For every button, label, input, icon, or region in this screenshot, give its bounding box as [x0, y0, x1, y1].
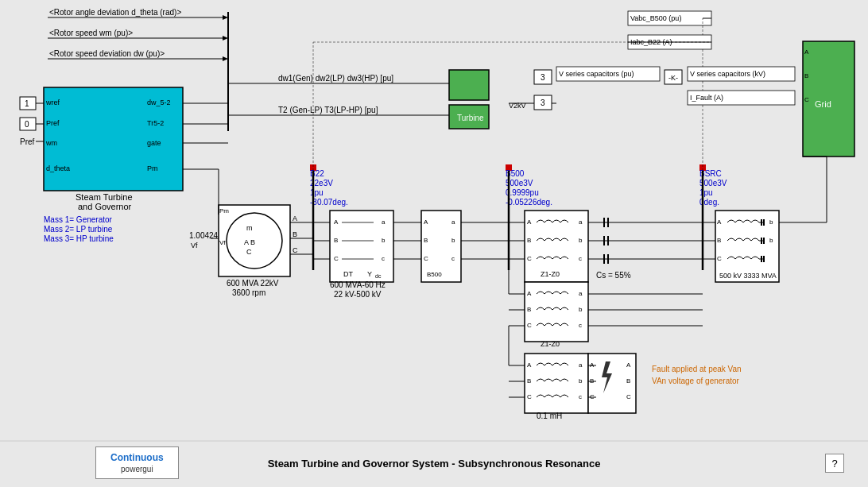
powergui-sub: powergui — [110, 465, 164, 473]
svg-text:C: C — [717, 255, 722, 262]
svg-text:A: A — [717, 218, 722, 226]
svg-text:a: a — [382, 218, 386, 226]
svg-text:C: C — [424, 255, 428, 262]
svg-text:A: A — [334, 218, 339, 226]
svg-text:C: C — [527, 393, 532, 400]
svg-text:dc: dc — [375, 273, 382, 279]
svg-text:Pm: Pm — [219, 207, 229, 215]
svg-text:1pu: 1pu — [699, 188, 713, 197]
svg-text:Mass 2= LP turbine: Mass 2= LP turbine — [44, 225, 113, 234]
svg-text:wref: wref — [45, 99, 60, 106]
svg-text:A: A — [527, 290, 532, 297]
svg-text:B: B — [527, 237, 531, 244]
svg-text:c: c — [579, 322, 582, 329]
svg-text:A  B: A B — [244, 238, 255, 246]
diagram-area: <Rotor angle deviation d_theta (rad)> <R… — [0, 0, 868, 487]
svg-text:Fault applied at peak Van: Fault applied at peak Van — [652, 365, 742, 373]
svg-text:a: a — [579, 290, 583, 297]
svg-text:B500: B500 — [427, 271, 442, 278]
svg-text:0.9999pu: 0.9999pu — [506, 188, 539, 197]
svg-text:Turbine: Turbine — [457, 114, 484, 122]
svg-text:c: c — [579, 393, 582, 400]
svg-text:B: B — [717, 237, 721, 244]
svg-text:3: 3 — [541, 73, 545, 82]
svg-text:Z1-Z0: Z1-Z0 — [541, 340, 560, 348]
svg-text:Vf: Vf — [219, 239, 226, 246]
svg-text:600 MVA-60 Hz: 600 MVA-60 Hz — [330, 280, 386, 289]
svg-text:Vf: Vf — [191, 242, 198, 249]
svg-text:d_theta: d_theta — [46, 164, 70, 172]
svg-text:Mass 1= Generator: Mass 1= Generator — [44, 215, 113, 224]
svg-text:C: C — [626, 393, 631, 400]
svg-text:Tr5-2: Tr5-2 — [147, 119, 164, 127]
svg-rect-13 — [449, 70, 489, 100]
svg-text:1pu: 1pu — [310, 188, 324, 197]
svg-text:b: b — [579, 237, 583, 244]
svg-text:A: A — [804, 48, 809, 56]
svg-text:-30.07deg.: -30.07deg. — [310, 198, 348, 207]
svg-text:Cs = 55%: Cs = 55% — [596, 271, 631, 280]
svg-text:a: a — [579, 361, 583, 369]
svg-text:and Governor: and Governor — [78, 202, 132, 211]
svg-text:b: b — [769, 218, 773, 226]
svg-text:600 MVA 22kV: 600 MVA 22kV — [227, 279, 279, 288]
svg-text:3600 rpm: 3600 rpm — [232, 288, 265, 297]
svg-text:C: C — [804, 96, 809, 103]
diagram-title: Steam Turbine and Governor System - Subs… — [268, 458, 601, 470]
svg-text:VAn voltage of generator: VAn voltage of generator — [652, 377, 740, 385]
svg-text:T2 (Gen-LP)  T3(LP-HP) [pu]: T2 (Gen-LP) T3(LP-HP) [pu] — [278, 106, 378, 114]
svg-text:22 kV-500 kV: 22 kV-500 kV — [334, 290, 382, 299]
svg-text:A: A — [293, 215, 297, 222]
help-button[interactable]: ? — [825, 454, 844, 473]
svg-text:B: B — [804, 72, 808, 79]
svg-text:B: B — [527, 306, 531, 313]
svg-text:C: C — [246, 248, 252, 256]
svg-text:gate: gate — [147, 139, 161, 147]
svg-text:Z1-Z0: Z1-Z0 — [541, 270, 560, 278]
svg-text:I_Fault (A): I_Fault (A) — [690, 94, 723, 102]
svg-text:A: A — [527, 361, 532, 369]
svg-text:B: B — [293, 230, 297, 238]
svg-text:-K-: -K- — [668, 74, 678, 82]
svg-text:Pref: Pref — [46, 119, 60, 127]
svg-text:c: c — [451, 255, 455, 262]
svg-text:0: 0 — [25, 120, 29, 129]
svg-text:a: a — [579, 218, 583, 226]
powergui-box[interactable]: Continuous powergui — [95, 446, 179, 479]
svg-text:-0.05226deg.: -0.05226deg. — [506, 198, 552, 207]
svg-text:c: c — [382, 255, 385, 262]
svg-text:Pref: Pref — [20, 137, 35, 146]
svg-text:C: C — [293, 246, 298, 254]
svg-text:C: C — [527, 322, 532, 329]
svg-text:a: a — [451, 218, 455, 226]
svg-text:V series capacitors (pu): V series capacitors (pu) — [559, 70, 634, 78]
svg-text:500 kV 3333 MVA: 500 kV 3333 MVA — [719, 272, 777, 280]
svg-text:B: B — [424, 237, 428, 244]
svg-text:b: b — [451, 237, 455, 244]
svg-text:A: A — [424, 218, 428, 226]
svg-text:A: A — [626, 361, 631, 369]
diagram-svg: <Rotor angle deviation d_theta (rad)> <R… — [0, 0, 868, 487]
svg-text:b: b — [382, 237, 386, 244]
svg-text:Grid: Grid — [815, 99, 831, 109]
svg-text:dw1(Gen)  dw2(LP)  dw3(HP) [pu: dw1(Gen) dw2(LP) dw3(HP) [pu] — [278, 74, 393, 83]
svg-text:Vabc_B500 (pu): Vabc_B500 (pu) — [630, 14, 681, 22]
svg-text:m: m — [246, 224, 253, 232]
svg-text:V series capacitors (kV): V series capacitors (kV) — [690, 70, 765, 78]
svg-text:b: b — [579, 377, 583, 385]
svg-text:A: A — [527, 218, 532, 226]
svg-text:<Rotor speed deviation  dw (pu: <Rotor speed deviation dw (pu)> — [49, 49, 165, 58]
svg-text:B: B — [334, 237, 338, 244]
svg-text:C: C — [334, 255, 339, 262]
svg-text:C: C — [527, 255, 532, 262]
svg-text:dw_5-2: dw_5-2 — [147, 99, 171, 106]
svg-text:DT: DT — [343, 270, 353, 278]
svg-text:wm: wm — [45, 139, 57, 147]
svg-text:Steam Turbine: Steam Turbine — [76, 192, 133, 202]
help-icon: ? — [831, 458, 837, 470]
svg-text:Mass 3= HP turbine: Mass 3= HP turbine — [44, 234, 114, 243]
svg-text:b: b — [579, 306, 583, 313]
svg-text:B22: B22 — [310, 169, 324, 178]
svg-text:<Rotor speed wm (pu)>: <Rotor speed wm (pu)> — [49, 29, 133, 37]
svg-text:B: B — [527, 377, 531, 385]
